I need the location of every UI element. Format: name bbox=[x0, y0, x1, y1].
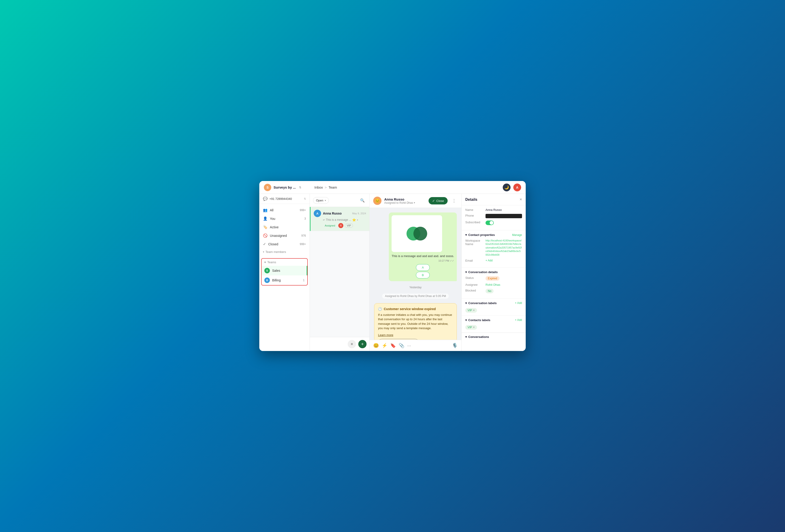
vip-contacts-label: VIP ✕ bbox=[465, 325, 477, 330]
learn-more-link[interactable]: Learn more bbox=[378, 333, 393, 337]
r-tag: R bbox=[338, 223, 343, 228]
open-label: Open bbox=[316, 199, 323, 202]
search-button[interactable]: 🔍 bbox=[359, 197, 366, 204]
closed-count: 999+ bbox=[300, 243, 306, 246]
message-options: A B bbox=[391, 264, 454, 278]
assignee-label: Assignee bbox=[465, 283, 484, 286]
moon-icon: 🌙 bbox=[504, 185, 509, 189]
manage-link[interactable]: Manage bbox=[512, 233, 522, 236]
bookmark-button[interactable]: 🔖 bbox=[390, 343, 396, 348]
mic-button[interactable]: 🎙️ bbox=[452, 343, 458, 348]
svg-point-1 bbox=[413, 227, 427, 240]
sort-icon[interactable]: ⇅ bbox=[299, 186, 301, 189]
subscribed-toggle[interactable] bbox=[485, 221, 494, 225]
contacts-labels-add[interactable]: + Add bbox=[515, 319, 522, 322]
assignee-row: Assignee Rohit Dhas bbox=[465, 283, 522, 286]
conv-details-title: ▾ Conversation details bbox=[465, 270, 498, 274]
phone-sort-icon[interactable]: ⇅ bbox=[304, 197, 306, 200]
filter-button[interactable]: ≡ bbox=[348, 340, 356, 348]
team-item-sales[interactable]: S Sales bbox=[261, 266, 307, 275]
breadcrumb: Inbox > Team bbox=[314, 185, 503, 189]
conversations-chevron: ▾ bbox=[465, 335, 467, 338]
nav-label-closed: Closed bbox=[268, 242, 278, 246]
contacts-vip-remove-icon[interactable]: ✕ bbox=[473, 326, 475, 328]
all-count: 999+ bbox=[300, 208, 306, 212]
contacts-labels-chips: VIP ✕ bbox=[465, 324, 522, 330]
app-logo: S bbox=[264, 184, 271, 191]
dark-mode-button[interactable]: 🌙 bbox=[503, 183, 510, 191]
message-time: 10:27 PM ✓✓ bbox=[391, 259, 454, 262]
sidebar-nav: 👥 All 999+ 👤 You 3 🏷️ Active 🚫 Unassigne… bbox=[259, 204, 310, 257]
conv-list-header: Open ▾ 🔍 bbox=[310, 194, 369, 207]
assignee-value[interactable]: Rohit Dhas bbox=[485, 283, 500, 286]
conversations-title[interactable]: ▾ Conversations bbox=[465, 335, 522, 338]
vip-remove-icon[interactable]: ✕ bbox=[473, 309, 475, 311]
conversation-item[interactable]: A Anna Russo May 9, 2024 ↩ This is a mes… bbox=[310, 207, 369, 231]
contact-properties-title: ▾ Contact properties bbox=[465, 233, 495, 236]
active-icon: 🏷️ bbox=[263, 225, 268, 229]
close-conversation-button[interactable]: ✓ Close bbox=[429, 197, 448, 204]
nav-label-all: All bbox=[270, 208, 274, 212]
add-icon: + bbox=[361, 341, 364, 347]
team-item-billing[interactable]: B Billing 1 bbox=[261, 275, 307, 285]
status-row: Status Expired bbox=[465, 276, 522, 281]
option-a[interactable]: A bbox=[416, 264, 430, 271]
message-text: This is a message asd asd asd asd. and s… bbox=[391, 254, 454, 258]
add-conversation-button[interactable]: + bbox=[358, 340, 366, 348]
conv-list-footer: ≡ + bbox=[310, 337, 369, 351]
clock-icon: 🕐 bbox=[378, 307, 382, 311]
app-title: Surveys by ... bbox=[274, 185, 296, 189]
sidebar-item-unassigned[interactable]: 🚫 Unassigned 976 bbox=[259, 231, 310, 240]
assigned-dropdown-icon[interactable]: ▾ bbox=[414, 201, 415, 204]
blocked-label: Blocked bbox=[465, 289, 484, 292]
breadcrumb-team: Team bbox=[328, 185, 337, 189]
attach-button[interactable]: 📎 bbox=[399, 343, 404, 348]
more-options-button[interactable]: ⋮ bbox=[450, 197, 458, 204]
conv-labels-title: ▾ Conversation labels bbox=[465, 301, 497, 305]
teams-header[interactable]: ▾ Teams bbox=[261, 259, 307, 266]
conv-preview-chevron: ▾ bbox=[357, 219, 358, 221]
filter-icon: ≡ bbox=[351, 342, 353, 346]
expired-title: Customer service window expired bbox=[384, 307, 436, 311]
conv-list-body: A Anna Russo May 9, 2024 ↩ This is a mes… bbox=[310, 207, 369, 337]
bolt-button[interactable]: ⚡ bbox=[382, 343, 387, 348]
email-add-link[interactable]: + Add bbox=[485, 259, 492, 262]
more-toolbar-button[interactable]: ··· bbox=[407, 343, 411, 348]
contacts-vip-label-text: VIP bbox=[467, 326, 472, 329]
nav-label-active: Active bbox=[270, 225, 279, 229]
details-panel: Details × Name Anna Russo Phone ████████… bbox=[461, 194, 526, 351]
user-avatar-button[interactable]: A bbox=[513, 183, 521, 191]
all-icon: 👥 bbox=[263, 208, 268, 212]
main-layout: 💬 +91 7289944340 ⇅ 👥 All 999+ 👤 You 3 🏷️ bbox=[259, 194, 526, 351]
expired-header: 🕐 Customer service window expired bbox=[378, 307, 453, 311]
name-label: Name bbox=[465, 208, 484, 211]
breadcrumb-separator: > bbox=[325, 185, 327, 189]
conv-details-chevron: ▾ bbox=[465, 270, 467, 274]
assigned-text: Assigned to Rohit Dhas bbox=[384, 201, 413, 204]
contacts-labels-header: ▾ Contacts labels + Add bbox=[465, 319, 522, 322]
chat-avatar-emoji: 😊 bbox=[375, 198, 380, 203]
conv-details-label: Conversation details bbox=[468, 270, 498, 274]
option-b[interactable]: B bbox=[416, 272, 430, 278]
conv-preview: ↩ This is a message ... ⭐ ▾ bbox=[323, 218, 366, 222]
subscribed-row: Subscribed bbox=[465, 221, 522, 225]
conv-labels-chips: VIP ✕ bbox=[465, 307, 522, 313]
sidebar-item-all[interactable]: 👥 All 999+ bbox=[259, 206, 310, 214]
emoji-button[interactable]: 😊 bbox=[373, 343, 379, 348]
sidebar-item-closed[interactable]: ✓ Closed 999+ bbox=[259, 240, 310, 248]
sidebar-item-active[interactable]: 🏷️ Active bbox=[259, 223, 310, 231]
vip-tag: VIP bbox=[345, 224, 353, 228]
conv-tags: Assigned R VIP bbox=[323, 223, 366, 228]
phone-row: Phone ██████████ bbox=[465, 214, 522, 218]
unassigned-icon: 🚫 bbox=[263, 233, 268, 238]
conv-date: May 9, 2024 bbox=[352, 212, 366, 215]
sidebar-item-you[interactable]: 👤 You 3 bbox=[259, 214, 310, 223]
title-bar: S Surveys by ... ⇅ Inbox > Team 🌙 A bbox=[259, 181, 526, 194]
open-dropdown-arrow: ▾ bbox=[325, 199, 326, 202]
reply-icon: ↩ bbox=[323, 219, 325, 222]
conv-labels-add[interactable]: + Add bbox=[515, 301, 522, 305]
team-members-header[interactable]: ▾ Team members bbox=[259, 248, 310, 255]
close-details-button[interactable]: × bbox=[520, 197, 522, 202]
chat-messages: This is a message asd asd asd asd. and s… bbox=[370, 208, 461, 340]
open-filter-button[interactable]: Open ▾ bbox=[313, 197, 329, 204]
